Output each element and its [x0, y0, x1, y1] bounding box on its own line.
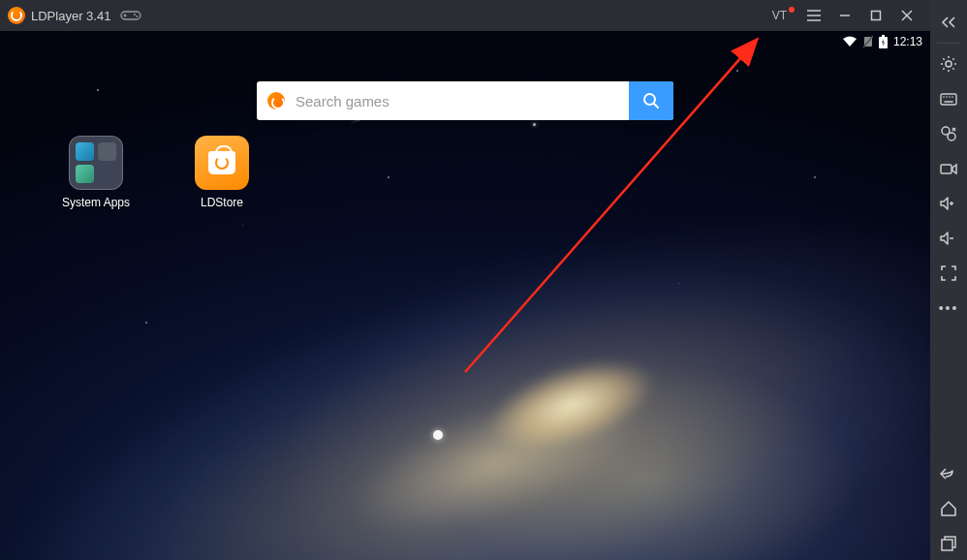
svg-point-19	[946, 61, 951, 67]
minimize-button[interactable]	[829, 0, 860, 31]
recents-button[interactable]	[930, 527, 967, 560]
emulator-viewport: 12:13 System Apps LDStore	[0, 31, 930, 560]
svg-point-4	[137, 16, 139, 17]
record-button[interactable]	[930, 152, 967, 185]
svg-line-17	[654, 104, 658, 108]
ldplayer-search-logo-icon	[257, 81, 296, 120]
back-button[interactable]	[930, 457, 967, 490]
no-sim-icon	[863, 36, 873, 47]
android-statusbar: 12:13	[834, 31, 930, 52]
volume-up-button[interactable]	[930, 187, 967, 220]
vt-alert-dot-icon	[789, 7, 795, 13]
svg-rect-20	[941, 94, 956, 105]
vt-indicator[interactable]: VT	[772, 9, 787, 22]
svg-rect-34	[942, 540, 952, 550]
screenshot-button[interactable]	[930, 117, 967, 150]
ldstore-icon	[195, 136, 249, 190]
collapse-sidebar-button[interactable]	[930, 6, 967, 39]
app-ldstore[interactable]: LDStore	[188, 136, 256, 209]
settings-button[interactable]	[930, 47, 967, 80]
search-button[interactable]	[629, 81, 673, 120]
vt-label: VT	[772, 9, 787, 22]
wifi-icon	[842, 36, 858, 47]
svg-rect-9	[872, 12, 881, 20]
titlebar: LDPlayer 3.41 VT	[0, 0, 930, 31]
gamepad-icon[interactable]	[120, 9, 141, 22]
svg-point-27	[948, 133, 955, 140]
app-title: LDPlayer 3.41	[31, 9, 110, 23]
right-toolbar: •••	[930, 0, 967, 560]
battery-charging-icon	[879, 35, 888, 48]
search-bar	[257, 81, 673, 120]
ldplayer-logo-icon	[8, 7, 25, 24]
home-apps: System Apps LDStore	[62, 136, 256, 209]
svg-rect-15	[882, 35, 885, 37]
statusbar-time: 12:13	[893, 35, 922, 48]
svg-point-3	[134, 14, 136, 16]
folder-icon	[69, 136, 123, 190]
fullscreen-button[interactable]	[930, 257, 967, 290]
more-button[interactable]: •••	[930, 292, 967, 325]
app-label: System Apps	[62, 196, 130, 209]
app-system-apps[interactable]: System Apps	[62, 136, 130, 209]
menu-button[interactable]	[798, 0, 829, 31]
volume-down-button[interactable]	[930, 222, 967, 255]
search-input[interactable]	[296, 81, 629, 120]
svg-rect-30	[941, 165, 951, 173]
home-button[interactable]	[930, 492, 967, 525]
close-button[interactable]	[891, 0, 922, 31]
keyboard-mapping-button[interactable]	[930, 82, 967, 115]
app-label: LDStore	[201, 196, 243, 209]
maximize-button[interactable]	[860, 0, 891, 31]
